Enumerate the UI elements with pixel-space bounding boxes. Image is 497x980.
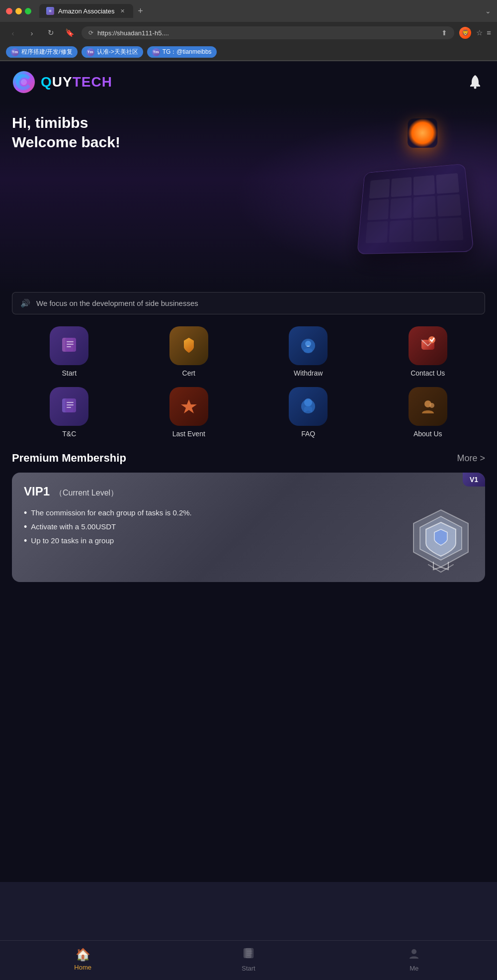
bookmark-avatar-2: Tm	[86, 48, 94, 56]
logo-uy: UY	[52, 74, 73, 90]
nav-extra-buttons: ☆ ≡	[476, 28, 491, 37]
browser-navbar: ‹ › ↻ 🔖 ⟳ https://shuadan111-h5.... ⬆ 🦁 …	[0, 22, 497, 44]
tab-close-button[interactable]: ✕	[118, 7, 126, 15]
tab-bar: ≡ Amazon Associates ✕ +	[39, 4, 481, 18]
event-label: Last Event	[172, 430, 205, 438]
device-body	[357, 164, 474, 254]
bookmark-button[interactable]: 🔖	[63, 26, 77, 40]
svg-point-9	[304, 348, 313, 353]
svg-point-31	[412, 949, 416, 954]
more-link[interactable]: More >	[457, 453, 485, 464]
svg-point-13	[428, 336, 435, 343]
share-icon[interactable]: ⬆	[441, 29, 447, 37]
vip-shield-decoration	[409, 507, 473, 577]
start-label: Start	[62, 369, 77, 377]
contact-label: Contact Us	[411, 369, 445, 377]
logo-text: QUYTECH	[41, 74, 112, 90]
bookmark-item-3[interactable]: Tm TG：@tianmeibbs	[147, 46, 217, 58]
hero-greeting: Hi, timibbs Welcome back!	[12, 113, 485, 152]
browser-chrome: ≡ Amazon Associates ✕ + ⌄ ‹ › ↻ 🔖 ⟳ http…	[0, 0, 497, 61]
star-icon[interactable]: ☆	[476, 28, 483, 37]
event-icon-box	[169, 387, 208, 426]
vip-card: V1 VIP1 （Current Level） The commission f…	[12, 473, 485, 582]
bottom-nav: 🏠 Home Start Me	[0, 940, 497, 980]
about-menu-item[interactable]: About Us	[371, 387, 486, 438]
vip-benefit-1: The commission for each group of tasks i…	[24, 508, 473, 518]
logo-icon	[12, 70, 36, 94]
vip-benefit-2: Activate with a 5.00USDT	[24, 522, 473, 532]
premium-section: Premium Membership More > V1 VIP1 （Curre…	[0, 452, 497, 594]
me-nav-icon	[408, 947, 420, 963]
logo-area: QUYTECH	[12, 70, 112, 94]
close-window-button[interactable]	[6, 8, 12, 14]
cert-menu-item[interactable]: Cert	[132, 326, 247, 377]
bottom-spacer	[0, 594, 497, 644]
tab-favicon-icon: ≡	[46, 7, 54, 15]
bookmarks-bar: Tm 程序搭建/开发/修复 Tm 认准->天美社区 Tm TG：@tianmei…	[0, 44, 497, 61]
me-nav-label: Me	[410, 965, 418, 972]
logo-q: Q	[41, 74, 52, 90]
contact-menu-item[interactable]: Contact Us	[371, 326, 486, 377]
bookmark-label-1: 程序搭建/开发/修复	[21, 48, 73, 56]
withdraw-menu-item[interactable]: Withdraw	[251, 326, 366, 377]
url-display: https://shuadan111-h5....	[97, 29, 437, 37]
greeting-hi-text: Hi, timibbs	[12, 113, 485, 132]
withdraw-icon-box	[289, 326, 328, 365]
svg-marker-19	[181, 399, 197, 413]
back-button[interactable]: ‹	[6, 26, 20, 40]
about-label: About Us	[414, 430, 442, 438]
cert-icon-box	[169, 326, 208, 365]
tab-title: Amazon Associates	[58, 7, 114, 15]
browser-titlebar: ≡ Amazon Associates ✕ + ⌄	[0, 0, 497, 22]
address-bar[interactable]: ⟳ https://shuadan111-h5.... ⬆	[82, 26, 454, 39]
bookmark-item-1[interactable]: Tm 程序搭建/开发/修复	[6, 46, 78, 58]
cert-label: Cert	[182, 369, 195, 377]
new-tab-button[interactable]: +	[133, 4, 147, 18]
tnc-menu-item[interactable]: T&C	[12, 387, 127, 438]
svg-point-23	[429, 403, 434, 408]
home-nav-icon: 🏠	[76, 948, 90, 962]
greeting-welcome-text: Welcome back!	[12, 132, 485, 152]
tnc-label: T&C	[62, 430, 76, 438]
svg-rect-10	[307, 346, 310, 347]
active-tab[interactable]: ≡ Amazon Associates ✕	[39, 4, 133, 18]
vip-title: VIP1	[24, 485, 50, 498]
app-content: QUYTECH	[0, 61, 497, 882]
premium-title: Premium Membership	[12, 452, 126, 465]
about-icon-box	[409, 387, 447, 426]
bookmark-avatar-1: Tm	[11, 48, 19, 56]
svg-point-1	[474, 87, 477, 89]
withdraw-label: Withdraw	[294, 369, 323, 377]
app-header: QUYTECH	[0, 61, 497, 103]
menu-icon[interactable]: ≡	[487, 28, 491, 37]
start-nav-icon	[242, 947, 255, 963]
premium-header: Premium Membership More >	[12, 452, 485, 465]
bookmark-item-2[interactable]: Tm 认准->天美社区	[82, 46, 143, 58]
tnc-icon-box	[50, 387, 88, 426]
forward-button[interactable]: ›	[25, 26, 39, 40]
marquee-bar: 🔊 We focus on the development of side bu…	[12, 292, 485, 314]
logo-tech: TECH	[73, 74, 112, 90]
marquee-text: We focus on the development of side busi…	[36, 299, 198, 307]
faq-menu-item[interactable]: FAQ	[251, 387, 366, 438]
icon-grid: Start Cert	[0, 326, 497, 438]
brave-browser-icon[interactable]: 🦁	[459, 27, 471, 39]
minimize-window-button[interactable]	[15, 8, 22, 14]
reload-button[interactable]: ↻	[44, 26, 58, 40]
window-chevron-icon[interactable]: ⌄	[485, 7, 491, 15]
maximize-window-button[interactable]	[25, 8, 31, 14]
traffic-lights	[6, 8, 31, 14]
hero-section: Hi, timibbs Welcome back!	[0, 103, 497, 292]
nav-me[interactable]: Me	[331, 947, 497, 972]
start-menu-item[interactable]: Start	[12, 326, 127, 377]
home-nav-label: Home	[74, 964, 91, 971]
security-icon: ⟳	[88, 29, 93, 36]
faq-icon-box	[289, 387, 328, 426]
last-event-menu-item[interactable]: Last Event	[132, 387, 247, 438]
svg-point-21	[304, 398, 312, 406]
bookmark-label-2: 认准->天美社区	[97, 48, 138, 56]
nav-home[interactable]: 🏠 Home	[0, 948, 166, 971]
notification-bell-icon[interactable]	[467, 73, 485, 91]
nav-start[interactable]: Start	[166, 947, 331, 972]
start-icon-box	[50, 326, 88, 365]
